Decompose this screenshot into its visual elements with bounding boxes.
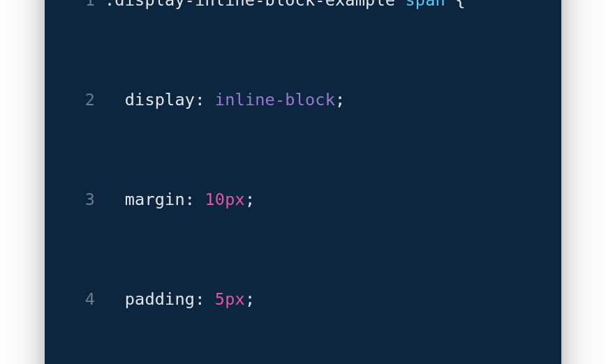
stage: 1 .display-inline-block-example span { 2…: [0, 0, 606, 364]
token-space: [205, 289, 215, 309]
token-semicolon: ;: [245, 190, 255, 209]
token-space: [445, 0, 455, 10]
token-value: inline-block: [215, 90, 335, 109]
code-line: 3 margin: 10px;: [64, 188, 542, 213]
token-value: 5px: [215, 289, 245, 309]
token-value: 10px: [205, 190, 245, 209]
token-colon: :: [195, 90, 205, 109]
token-colon: :: [185, 190, 195, 209]
code-card: 1 .display-inline-block-example span { 2…: [45, 0, 561, 364]
code-line: 2 display: inline-block;: [64, 88, 542, 113]
token-indent: [105, 289, 125, 309]
line-number: 3: [64, 188, 95, 213]
token-space: [205, 90, 215, 109]
line-number: 2: [64, 88, 95, 113]
token-space: [195, 190, 205, 209]
token-space: [395, 0, 405, 10]
code-line: 4 padding: 5px;: [64, 287, 542, 312]
line-number: 4: [64, 287, 95, 312]
token-selector-class: .display-inline-block-example: [105, 0, 395, 10]
code-line: 1 .display-inline-block-example span {: [64, 0, 542, 13]
token-selector-tag: span: [405, 0, 445, 10]
token-property: padding: [125, 289, 195, 309]
token-property: margin: [125, 190, 185, 209]
line-source: padding: 5px;: [95, 287, 255, 312]
line-source: margin: 10px;: [95, 188, 255, 213]
token-semicolon: ;: [335, 90, 345, 109]
token-indent: [105, 190, 125, 209]
code-block: 1 .display-inline-block-example span { 2…: [64, 0, 542, 364]
token-colon: :: [195, 289, 205, 309]
token-indent: [105, 90, 125, 109]
token-brace: {: [455, 0, 465, 10]
line-source: display: inline-block;: [95, 88, 345, 113]
token-semicolon: ;: [245, 289, 255, 309]
token-property: display: [125, 90, 195, 109]
line-number: 1: [64, 0, 95, 13]
line-source: .display-inline-block-example span {: [95, 0, 466, 13]
